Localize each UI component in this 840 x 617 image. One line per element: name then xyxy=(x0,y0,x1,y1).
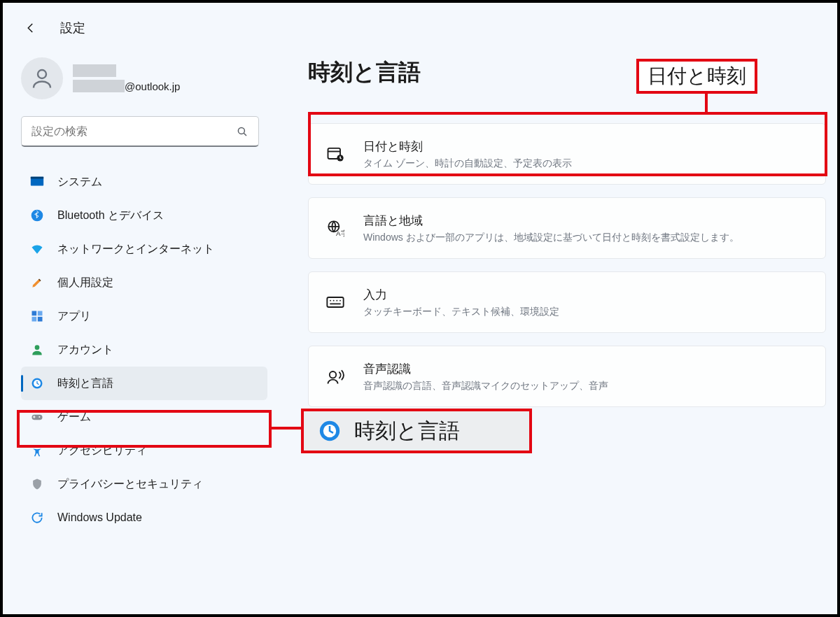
left-panel: @outlook.jp システム Bluetooth とデバイス ネットワークと… xyxy=(21,57,267,534)
nav-list: システム Bluetooth とデバイス ネットワークとインターネット 個人用設… xyxy=(21,165,267,534)
account-email-suffix: @outlook.jp xyxy=(125,80,180,92)
annotation-big-callout: 時刻と言語 xyxy=(301,409,532,453)
sidebar-item-label: 時刻と言語 xyxy=(57,376,113,391)
calendar-clock-icon xyxy=(326,144,345,164)
svg-point-13 xyxy=(38,416,40,418)
card-title: 日付と時刻 xyxy=(363,139,572,155)
search-icon xyxy=(236,125,248,138)
card-desc: Windows および一部のアプリは、地域設定に基づいて日付と時刻を書式設定しま… xyxy=(363,232,739,244)
svg-text:A字: A字 xyxy=(336,229,344,237)
person-icon xyxy=(29,66,55,91)
card-desc: 音声認識の言語、音声認識マイクのセットアップ、音声 xyxy=(363,380,608,392)
keyboard-icon xyxy=(326,292,345,312)
main-panel: 時刻と言語 日付と時刻 タイム ゾーン、時計の自動設定、予定表の表示 A字 言語… xyxy=(308,57,825,407)
sidebar-item-label: アプリ xyxy=(57,309,91,324)
card-desc: タッチキーボード、テキスト候補、環境設定 xyxy=(363,306,559,318)
card-title: 入力 xyxy=(363,287,559,303)
sidebar-item-label: システム xyxy=(57,175,102,190)
sidebar-item-label: アクセシビリティ xyxy=(57,444,147,458)
sidebar-item-windows-update[interactable]: Windows Update xyxy=(21,501,267,534)
sidebar-item-system[interactable]: システム xyxy=(21,165,267,199)
card-speech[interactable]: 音声認識 音声認識の言語、音声認識マイクのセットアップ、音声 xyxy=(308,346,826,407)
back-button[interactable] xyxy=(21,18,41,38)
account-email-redacted xyxy=(73,80,125,92)
sidebar-item-label: Windows Update xyxy=(57,511,142,524)
globe-language-icon: A字 xyxy=(326,218,345,238)
svg-rect-6 xyxy=(38,311,43,316)
annotation-connector-top xyxy=(705,91,708,112)
sidebar-item-network[interactable]: ネットワークとインターネット xyxy=(21,232,267,266)
account-block[interactable]: @outlook.jp xyxy=(21,57,267,99)
card-title: 音声認識 xyxy=(363,361,608,377)
arrow-left-icon xyxy=(24,22,37,34)
svg-rect-3 xyxy=(31,177,43,179)
card-typing[interactable]: 入力 タッチキーボード、テキスト候補、環境設定 xyxy=(308,271,826,333)
annotation-big-callout-text: 時刻と言語 xyxy=(354,417,460,446)
svg-rect-19 xyxy=(327,297,343,307)
annotation-label-date-time: 日付と時刻 xyxy=(636,59,757,94)
account-name-redacted xyxy=(73,64,116,77)
wifi-icon xyxy=(29,241,45,257)
sidebar-item-label: ネットワークとインターネット xyxy=(57,242,214,257)
apps-icon xyxy=(29,308,45,324)
paintbrush-icon xyxy=(29,275,45,290)
account-icon xyxy=(29,342,45,357)
sidebar-item-apps[interactable]: アプリ xyxy=(21,299,267,333)
search-input[interactable] xyxy=(31,125,236,138)
sidebar-item-privacy[interactable]: プライバシーとセキュリティ xyxy=(21,467,267,501)
card-desc: タイム ゾーン、時計の自動設定、予定表の表示 xyxy=(363,157,572,170)
sidebar-item-accounts[interactable]: アカウント xyxy=(21,333,267,367)
header-bar: 設定 xyxy=(3,3,837,38)
card-title: 言語と地域 xyxy=(363,213,739,229)
sidebar-item-personalization[interactable]: 個人用設定 xyxy=(21,266,267,299)
accessibility-icon xyxy=(29,443,45,458)
display-icon xyxy=(29,174,45,190)
svg-rect-8 xyxy=(38,317,43,322)
avatar xyxy=(21,57,63,99)
card-language-region[interactable]: A字 言語と地域 Windows および一部のアプリは、地域設定に基づいて日付と… xyxy=(308,197,826,259)
sidebar-item-gaming[interactable]: ゲーム xyxy=(21,400,267,434)
account-lines: @outlook.jp xyxy=(73,64,180,92)
sidebar-item-accessibility[interactable]: アクセシビリティ xyxy=(21,434,267,467)
clock-globe-icon xyxy=(318,419,342,443)
annotation-connector-bottom xyxy=(272,427,301,430)
sidebar-item-bluetooth[interactable]: Bluetooth とデバイス xyxy=(21,199,267,232)
settings-cards: 日付と時刻 タイム ゾーン、時計の自動設定、予定表の表示 A字 言語と地域 Wi… xyxy=(308,123,826,407)
svg-point-14 xyxy=(36,446,38,448)
gamepad-icon xyxy=(29,409,45,425)
sidebar-item-label: 個人用設定 xyxy=(57,276,113,290)
card-date-time[interactable]: 日付と時刻 タイム ゾーン、時計の自動設定、予定表の表示 xyxy=(308,123,826,185)
search-box[interactable] xyxy=(21,116,259,147)
clock-globe-icon xyxy=(29,376,45,391)
speech-icon xyxy=(326,367,345,386)
svg-point-1 xyxy=(238,127,244,134)
bluetooth-icon xyxy=(29,208,45,223)
update-icon xyxy=(29,510,45,525)
sidebar-item-label: プライバシーとセキュリティ xyxy=(57,477,203,492)
sidebar-item-label: Bluetooth とデバイス xyxy=(57,208,164,223)
sidebar-item-label: ゲーム xyxy=(57,410,91,425)
svg-rect-5 xyxy=(32,311,37,316)
shield-icon xyxy=(29,476,45,492)
app-title: 設定 xyxy=(60,20,85,36)
sidebar-item-time-language[interactable]: 時刻と言語 xyxy=(21,367,267,400)
svg-rect-7 xyxy=(32,317,37,322)
svg-point-9 xyxy=(35,345,40,350)
svg-point-20 xyxy=(330,371,336,378)
svg-point-0 xyxy=(38,70,46,78)
sidebar-item-label: アカウント xyxy=(57,343,113,357)
